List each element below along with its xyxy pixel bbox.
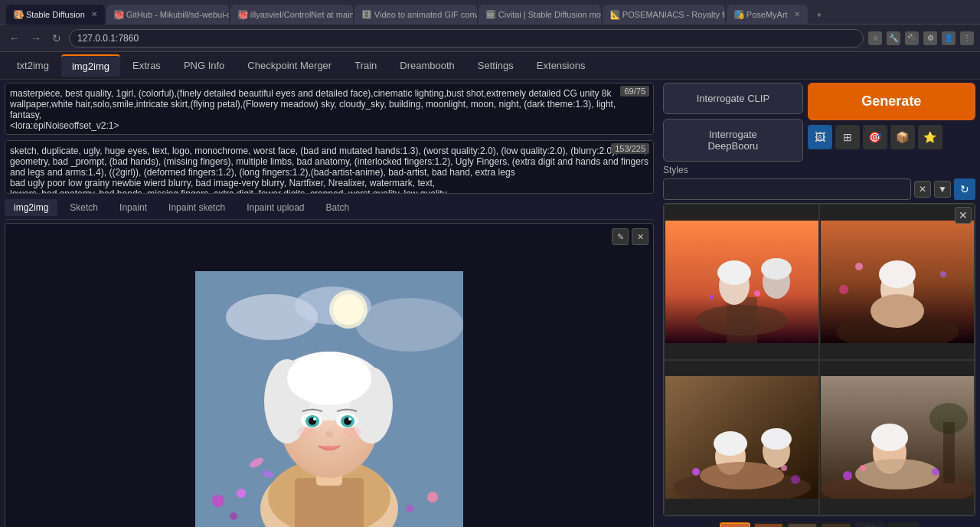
svg-point-50 [940, 271, 946, 277]
positive-prompt-counter: 69/75 [620, 86, 649, 97]
svg-point-67 [871, 424, 908, 451]
img2img-subtabs: img2img Sketch Inpaint Inpaint sketch In… [5, 199, 654, 220]
nav-tab-extras[interactable]: Extras [122, 55, 172, 76]
subtab-img2img[interactable]: img2img [5, 199, 57, 216]
forward-button[interactable]: → [28, 31, 44, 46]
gallery-image-4[interactable] [819, 360, 975, 516]
negative-prompt-counter: 153/225 [611, 143, 649, 154]
styles-clear-button[interactable]: ✕ [914, 181, 931, 198]
thumbnail-1[interactable] [720, 522, 750, 527]
main-content: masterpiece, best quality, 1girl, (color… [0, 80, 980, 527]
image-tools: ✎ ✕ [612, 228, 648, 245]
svg-point-28 [325, 431, 333, 437]
svg-point-47 [879, 260, 916, 288]
nav-tab-train[interactable]: Train [344, 55, 387, 76]
styles-input-row: ✕ ▼ ↻ [663, 178, 975, 200]
svg-rect-75 [755, 524, 782, 527]
gen-icons-row: 🖼 ⊞ 🎯 📦 ⭐ [808, 123, 975, 151]
profile-icon[interactable]: 👤 [942, 31, 956, 45]
tab-github[interactable]: 🐙 GitHub - Mikubill/sd-webui-co... ✕ [106, 5, 229, 25]
svg-point-71 [932, 468, 939, 476]
generate-button[interactable]: Generate [808, 83, 975, 120]
subtab-inpaint-sketch[interactable]: Inpaint sketch [159, 199, 234, 216]
tab-close-6[interactable]: ✕ [794, 10, 800, 18]
gen-icon-paint[interactable]: 🖼 [808, 125, 832, 149]
svg-point-5 [333, 294, 364, 325]
refresh-button[interactable]: ↻ [49, 31, 64, 46]
tab-favicon-5: 📐 [610, 10, 619, 19]
gallery-close-button[interactable]: ✕ [955, 207, 972, 224]
positive-prompt-input[interactable]: masterpiece, best quality, 1girl, (color… [5, 83, 654, 135]
nav-tab-extensions[interactable]: Extensions [526, 55, 596, 76]
extension-icon-2[interactable]: 🔌 [905, 31, 919, 45]
svg-point-49 [855, 263, 863, 270]
svg-point-8 [427, 492, 438, 502]
extension-icon-1[interactable]: 🔧 [887, 31, 900, 45]
svg-point-29 [297, 427, 315, 437]
nav-tab-txt2img[interactable]: txt2img [6, 55, 60, 76]
generate-column: Generate 🖼 ⊞ 🎯 📦 ⭐ [808, 83, 975, 162]
back-button[interactable]: ← [6, 31, 23, 46]
interrogate-clip-button[interactable]: Interrogate CLIP [663, 83, 803, 114]
nav-tab-dreambooth[interactable]: Dreambooth [389, 55, 466, 76]
bookmark-icon[interactable]: ☆ [868, 31, 882, 45]
svg-point-48 [871, 294, 924, 328]
nav-tab-png-info[interactable]: PNG Info [173, 55, 235, 76]
gen-icon-zip[interactable]: 📦 [890, 125, 915, 149]
svg-point-38 [717, 260, 751, 285]
tab-favicon-2: 🐙 [238, 10, 247, 19]
styles-input[interactable] [663, 178, 911, 200]
thumbnail-folder[interactable]: 📁 [888, 522, 919, 527]
edit-image-button[interactable]: ✎ [612, 228, 629, 245]
thumbnail-4[interactable] [821, 522, 851, 527]
tab-gif[interactable]: 🎞 Video to animated GIF converter ✕ [354, 5, 477, 25]
styles-refresh-button[interactable]: ↻ [954, 178, 975, 200]
new-tab-button[interactable]: + [809, 5, 831, 25]
negative-prompt-input[interactable]: sketch, duplicate, ugly, huge eyes, text… [5, 140, 654, 194]
gen-icon-grid[interactable]: ⊞ [835, 125, 860, 149]
image-upload-area[interactable]: ✎ ✕ [5, 223, 654, 527]
subtab-inpaint[interactable]: Inpaint [110, 199, 156, 216]
tab-close-0[interactable]: ✕ [91, 10, 97, 18]
nav-tab-settings[interactable]: Settings [467, 55, 524, 76]
tab-civitai[interactable]: 🏛 Civitai | Stable Diffusion model... ✕ [479, 5, 601, 25]
tab-controlnet[interactable]: 🐙 illyasviel/ControlNet at main ✕ [230, 5, 353, 25]
tab-stable-diffusion[interactable]: 🎨 Stable Diffusion ✕ [6, 5, 105, 25]
address-bar[interactable]: 127.0.0.1:7860 [69, 29, 864, 47]
thumbnail-5[interactable] [854, 522, 885, 527]
gallery-image-3[interactable] [664, 360, 819, 516]
svg-point-70 [860, 465, 866, 471]
subtab-batch[interactable]: Batch [317, 199, 359, 216]
gen-icon-folder[interactable]: 🎯 [863, 125, 887, 149]
extension-icon-3[interactable]: ⚙ [923, 31, 937, 45]
tab-posemyart[interactable]: 🎭 PoseMyArt ✕ [727, 5, 808, 25]
svg-point-26 [313, 417, 316, 421]
gallery-image-2[interactable] [819, 204, 975, 360]
styles-dropdown-button[interactable]: ▼ [934, 181, 951, 198]
gallery-image-1[interactable] [664, 204, 819, 360]
interrogate-deepbooru-button[interactable]: Interrogate DeepBooru [663, 119, 803, 162]
nav-tab-checkpoint-merger[interactable]: Checkpoint Merger [237, 55, 342, 76]
address-bar-row: ← → ↻ 127.0.0.1:7860 ☆ 🔧 🔌 ⚙ 👤 ⋮ [0, 25, 980, 52]
app-nav: txt2img img2img Extras PNG Info Checkpoi… [0, 52, 980, 80]
svg-point-9 [406, 505, 413, 512]
svg-point-19 [287, 352, 371, 405]
tab-favicon-3: 🎞 [362, 10, 371, 19]
uploaded-image [195, 271, 463, 528]
subtab-sketch[interactable]: Sketch [60, 199, 107, 216]
generate-row: Interrogate CLIP Interrogate DeepBooru G… [663, 83, 975, 162]
thumbnail-2[interactable] [753, 522, 784, 527]
toolbar-icons: ☆ 🔧 🔌 ⚙ 👤 ⋮ [868, 31, 974, 45]
svg-point-40 [709, 295, 714, 300]
thumbnail-3[interactable] [787, 522, 818, 527]
menu-icon[interactable]: ⋮ [960, 31, 974, 45]
gen-icon-star[interactable]: ⭐ [918, 125, 942, 149]
nav-tab-img2img[interactable]: img2img [61, 54, 120, 77]
tab-favicon: 🎨 [14, 10, 23, 19]
tab-posemaniacs[interactable]: 📐 POSEMANIACS - Royalty free 3... ✕ [603, 5, 725, 25]
subtab-inpaint-upload[interactable]: Inpaint upload [237, 199, 313, 216]
output-gallery-area: ✕ [663, 203, 975, 516]
clear-image-button[interactable]: ✕ [632, 228, 648, 245]
gallery-grid [664, 204, 975, 516]
styles-section: Styles ✕ ▼ ↻ [663, 165, 975, 200]
